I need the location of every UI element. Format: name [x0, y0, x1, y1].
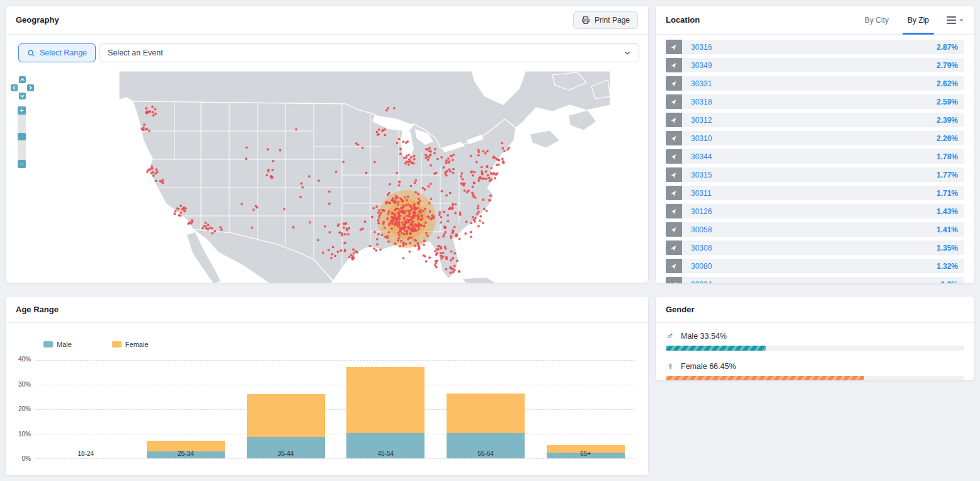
stacked-bar: [247, 394, 325, 458]
navigation-arrow-icon: [666, 204, 682, 218]
zip-link[interactable]: 30308: [691, 244, 712, 252]
navigation-arrow-icon: [666, 131, 682, 145]
y-tick-label: 10%: [6, 431, 31, 438]
location-row[interactable]: 303122.39%: [666, 113, 964, 127]
gender-row: ♀Female 66.45%: [666, 360, 964, 381]
navigation-arrow-icon: [666, 94, 682, 109]
legend-item-female: Female: [112, 341, 149, 348]
zip-percentage: 2.59%: [937, 98, 964, 106]
tab-by-city[interactable]: By City: [863, 6, 890, 34]
zip-link[interactable]: 30344: [691, 152, 712, 161]
x-axis-label: 65+: [535, 450, 635, 457]
search-icon: [27, 49, 35, 57]
navigation-arrow-icon: [666, 113, 682, 127]
navigation-arrow-icon: [666, 241, 682, 255]
location-row[interactable]: 303151.77%: [666, 167, 964, 182]
location-tabs: By City By Zip: [863, 6, 964, 34]
location-menu-button[interactable]: [947, 16, 964, 24]
map-pan-control: [11, 76, 34, 99]
zip-percentage: 1.43%: [937, 207, 964, 216]
zoom-out-button[interactable]: −: [18, 160, 26, 168]
zip-link[interactable]: 30324: [691, 280, 712, 285]
tab-by-zip[interactable]: By Zip: [906, 6, 930, 34]
age-category-slot: 55-64: [436, 361, 536, 459]
x-axis-label: 35-44: [236, 450, 336, 457]
pan-left-button[interactable]: [11, 84, 18, 91]
female-swatch: [112, 341, 122, 348]
navigation-arrow-icon: [666, 149, 682, 164]
zoom-slider-handle[interactable]: [18, 133, 26, 140]
pan-down-button[interactable]: [19, 93, 26, 99]
location-header: Location By City By Zip: [656, 6, 974, 35]
y-tick-label: 0%: [6, 455, 31, 462]
zip-link[interactable]: 30058: [691, 225, 712, 234]
age-range-title: Age Range: [16, 305, 59, 314]
map-zoom-slider[interactable]: + −: [18, 106, 26, 168]
pan-up-button[interactable]: [19, 76, 26, 83]
location-row[interactable]: 300801.32%: [666, 259, 964, 273]
age-category-slot: 18-24: [36, 361, 136, 459]
navigation-arrow-icon: [666, 40, 682, 54]
x-axis-label: 25-34: [136, 450, 236, 457]
gender-label: Female 66.45%: [681, 362, 736, 371]
gender-label: Male 33.54%: [681, 332, 727, 341]
location-row[interactable]: 303241.3%: [666, 277, 964, 284]
zip-link[interactable]: 30312: [691, 116, 712, 125]
female-segment: [346, 367, 424, 433]
zip-link[interactable]: 30316: [691, 43, 712, 52]
zip-link[interactable]: 30315: [691, 171, 712, 179]
gender-body: ♂Male 33.54%♀Female 66.45%: [656, 323, 974, 381]
location-row[interactable]: 303492.79%: [666, 58, 964, 72]
zip-link[interactable]: 30080: [691, 262, 712, 271]
location-row[interactable]: 303111.71%: [666, 186, 964, 200]
geography-header: Geography Print Page: [6, 6, 648, 35]
age-range-panel: Age Range Male Female 18-2425-3435-4445-…: [5, 296, 649, 476]
zip-link[interactable]: 30318: [691, 98, 712, 106]
zip-link[interactable]: 30126: [691, 207, 712, 216]
age-category-slot: 35-44: [236, 361, 336, 459]
us-map[interactable]: [119, 71, 610, 283]
location-row[interactable]: 303182.59%: [666, 94, 964, 109]
x-axis-label: 45-54: [336, 450, 436, 457]
location-row[interactable]: 303162.87%: [666, 40, 964, 54]
age-chart-plot: 18-2425-3435-4445-5455-6465+: [36, 361, 635, 459]
location-row[interactable]: 301261.43%: [666, 204, 964, 218]
zip-link[interactable]: 30311: [691, 189, 711, 198]
event-select-value: Select an Event: [108, 48, 163, 57]
zip-percentage: 2.26%: [937, 134, 964, 143]
printer-icon: [581, 16, 590, 25]
zip-percentage: 2.79%: [937, 61, 964, 70]
chevron-down-icon: [959, 17, 964, 23]
map-area: + −: [6, 66, 648, 283]
pan-right-button[interactable]: [27, 84, 34, 91]
y-tick-label: 30%: [6, 381, 31, 388]
location-row[interactable]: 303312.62%: [666, 76, 964, 91]
location-list: 303162.87%303492.79%303312.62%303182.59%…: [656, 35, 974, 284]
zoom-in-button[interactable]: +: [18, 106, 26, 115]
zip-percentage: 1.3%: [941, 280, 964, 285]
zip-link[interactable]: 30349: [691, 61, 712, 70]
navigation-arrow-icon: [666, 259, 682, 273]
age-category-slot: 25-34: [136, 361, 236, 459]
location-row[interactable]: 303102.26%: [666, 131, 964, 145]
print-page-button[interactable]: Print Page: [573, 11, 638, 29]
zip-link[interactable]: 30310: [691, 134, 712, 143]
geography-panel: Geography Print Page Select Range Select…: [5, 5, 649, 283]
navigation-arrow-icon: [666, 58, 682, 72]
navigation-arrow-icon: [666, 186, 682, 200]
y-tick-label: 40%: [6, 356, 31, 363]
female-icon: ♀: [666, 361, 675, 372]
location-row[interactable]: 303081.35%: [666, 241, 964, 255]
male-icon: ♂: [666, 331, 675, 342]
zip-link[interactable]: 30331: [691, 79, 712, 88]
gender-title: Gender: [666, 305, 695, 314]
male-swatch: [43, 341, 53, 348]
stacked-bar: [447, 393, 525, 458]
location-row[interactable]: 300581.41%: [666, 222, 964, 237]
zip-percentage: 2.39%: [937, 116, 964, 125]
location-panel: Location By City By Zip 303162.87%303492…: [655, 5, 975, 284]
select-range-button[interactable]: Select Range: [18, 43, 96, 62]
location-row[interactable]: 303441.78%: [666, 149, 964, 164]
x-axis-label: 55-64: [436, 450, 536, 457]
event-select[interactable]: Select an Event: [100, 43, 639, 62]
